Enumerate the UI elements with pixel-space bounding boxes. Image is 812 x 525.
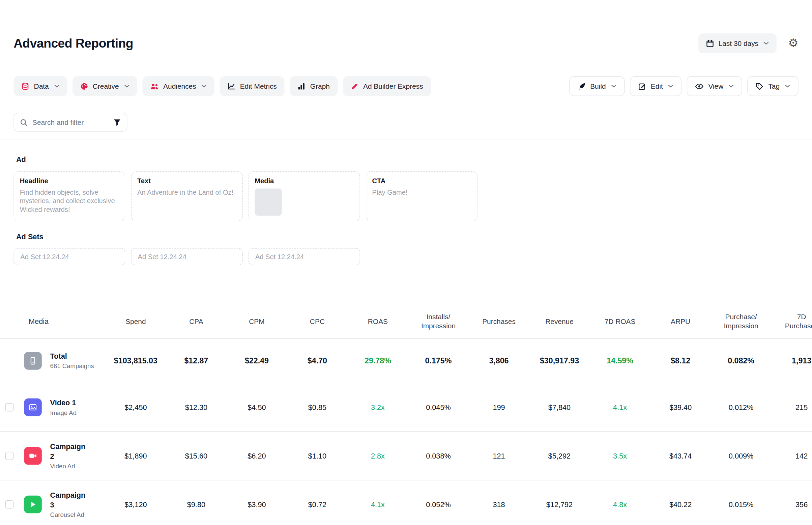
row-cpa: $15.60 [166, 452, 227, 460]
ad-card-cta[interactable]: CTA Play Game! [366, 171, 478, 222]
ad-card-title: Text [137, 177, 236, 185]
col-cpa[interactable]: CPA [166, 317, 227, 326]
ad-card-text[interactable]: Text An Adventure in the Land of Oz! [131, 171, 243, 222]
chevron-down-icon [764, 42, 769, 45]
media-cell: Campaign 3 Carousel Ad [0, 491, 106, 519]
ad-card-headline[interactable]: Headline Find hidden objects, solve myst… [14, 171, 125, 222]
image-ad-icon [24, 399, 42, 416]
search-input[interactable] [32, 118, 109, 126]
search-icon [20, 118, 28, 126]
ad-builder-express-button-label: Ad Builder Express [363, 82, 423, 90]
table-row-total[interactable]: Total 661 Campaigns $103,815.03 $12.87 $… [0, 339, 812, 383]
settings-gear-icon[interactable]: ⚙ [788, 38, 798, 49]
col-arpu[interactable]: ARPU [650, 317, 711, 326]
ad-set-label: Ad Set 12.24.24 [255, 253, 304, 260]
ad-set-item[interactable]: Ad Set 12.24.24 [249, 248, 360, 265]
col-7d-purchases[interactable]: 7DPurchases [771, 312, 812, 330]
total-7d-roas: 14.59% [590, 356, 651, 365]
row-checkbox[interactable] [5, 452, 14, 460]
table-row[interactable]: Campaign 3 Carousel Ad $3,120 $9.80 $3.9… [0, 480, 812, 525]
row-7d-roas: 4.1x [590, 403, 651, 411]
ad-card-media[interactable]: Media [249, 171, 360, 222]
chevron-down-icon [668, 85, 673, 88]
total-spend: $103,815.03 [106, 356, 166, 365]
row-subtitle: Video Ad [50, 463, 81, 470]
tag-button[interactable]: Tag [748, 76, 798, 96]
calendar-icon [706, 40, 714, 47]
chevron-down-icon [124, 85, 129, 88]
total-cpa: $12.87 [166, 356, 227, 365]
row-purchases: 199 [469, 403, 529, 411]
table-row[interactable]: Campaign 2 Video Ad $1,890 $15.60 $6.20 … [0, 432, 812, 480]
toolbar-right-group: Build Edit View [569, 76, 798, 96]
total-purchase-impression: 0.082% [711, 356, 771, 365]
media-cell: Total 661 Campaigns [0, 351, 106, 370]
ad-sets-section-title: Ad Sets [16, 232, 798, 241]
row-checkbox[interactable] [5, 500, 14, 509]
data-button-label: Data [34, 82, 49, 90]
total-installs-impression: 0.175% [408, 356, 469, 365]
row-name: Total [50, 351, 94, 361]
total-revenue: $30,917.93 [529, 356, 590, 365]
total-cpm: $22.49 [227, 356, 287, 365]
media-cell: Campaign 2 Video Ad [0, 442, 106, 470]
data-button[interactable]: Data [14, 76, 67, 96]
row-checkbox[interactable] [5, 403, 14, 411]
ad-card-body: Find hidden objects, solve mysteries, an… [20, 189, 119, 214]
database-icon [21, 82, 29, 90]
row-name: Video 1 [50, 398, 81, 408]
ad-card-title: Media [254, 177, 354, 185]
total-cpc: $4.70 [287, 356, 348, 365]
ad-set-item[interactable]: Ad Set 12.24.24 [14, 248, 125, 265]
row-spend: $3,120 [106, 500, 166, 509]
chevron-down-icon [201, 85, 206, 88]
col-revenue[interactable]: Revenue [529, 317, 590, 326]
search-box[interactable] [14, 113, 127, 132]
row-installs-impression: 0.045% [408, 403, 469, 411]
bar-chart-icon [298, 82, 306, 90]
ad-sets-row: Ad Set 12.24.24 Ad Set 12.24.24 Ad Set 1… [14, 248, 798, 265]
graph-button[interactable]: Graph [290, 76, 338, 96]
col-media[interactable]: Media [0, 316, 106, 326]
build-button-label: Build [590, 82, 606, 90]
col-purchases[interactable]: Purchases [469, 317, 529, 326]
media-cell: Video 1 Image Ad [0, 398, 106, 416]
advanced-reporting-page: Advanced Reporting Last 30 days ⚙ Data [0, 0, 812, 525]
total-arpu: $8.12 [650, 356, 711, 365]
toolbar: Data Creative Audiences [0, 65, 812, 96]
graph-button-label: Graph [310, 82, 330, 90]
edit-metrics-button[interactable]: Edit Metrics [220, 76, 285, 96]
toolbar-left-group: Data Creative Audiences [14, 76, 431, 96]
date-range-button[interactable]: Last 30 days [698, 33, 777, 53]
col-purchase-impression[interactable]: Purchase/Impression [711, 312, 771, 330]
row-cpm: $3.90 [227, 500, 287, 509]
chevron-down-icon [54, 85, 59, 88]
chevron-down-icon [785, 85, 790, 88]
edit-metrics-button-label: Edit Metrics [240, 82, 277, 90]
ad-set-label: Ad Set 12.24.24 [138, 253, 186, 260]
ad-set-item[interactable]: Ad Set 12.24.24 [131, 248, 243, 265]
build-button[interactable]: Build [569, 76, 625, 96]
creative-button[interactable]: Creative [72, 76, 137, 96]
ad-card-body: Play Game! [372, 189, 471, 197]
ad-builder-express-button[interactable]: Ad Builder Express [343, 76, 431, 96]
total-7d-purchases: 1,913 [771, 356, 812, 365]
col-spend[interactable]: Spend [106, 317, 166, 326]
audiences-button[interactable]: Audiences [142, 76, 215, 96]
row-cpm: $6.20 [227, 452, 287, 460]
col-cpm[interactable]: CPM [227, 317, 287, 326]
col-cpc[interactable]: CPC [287, 317, 348, 326]
eye-icon [695, 82, 704, 90]
row-spend: $2,450 [106, 403, 166, 411]
edit-button[interactable]: Edit [630, 76, 682, 96]
row-subtitle: Carousel Ad [50, 511, 84, 519]
creative-button-label: Creative [93, 82, 119, 90]
col-7d-roas[interactable]: 7D ROAS [590, 317, 651, 326]
total-purchases: 3,806 [469, 356, 529, 365]
col-roas[interactable]: ROAS [348, 317, 408, 326]
row-cpc: $0.72 [287, 500, 348, 509]
table-row[interactable]: Video 1 Image Ad $2,450 $12.30 $4.50 $0.… [0, 383, 812, 432]
view-button[interactable]: View [687, 76, 742, 96]
col-installs-impression[interactable]: Installs/Impression [408, 312, 469, 330]
filter-icon[interactable] [113, 118, 121, 126]
